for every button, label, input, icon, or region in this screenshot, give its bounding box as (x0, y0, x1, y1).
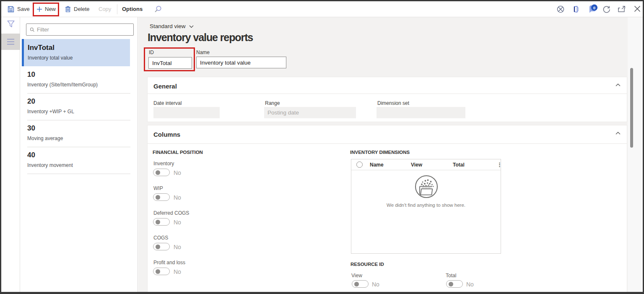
svg-text:0: 0 (593, 5, 595, 10)
